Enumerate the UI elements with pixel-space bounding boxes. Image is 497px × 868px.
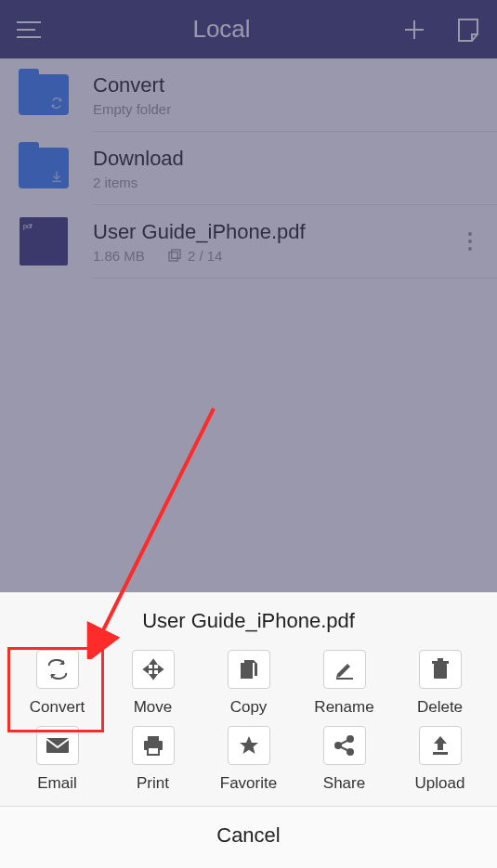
- item-name: Convert: [93, 73, 484, 97]
- list-item[interactable]: pdf User Guide_iPhone.pdf 1.86 MB 2 / 14: [0, 205, 497, 278]
- action-label: Rename: [314, 698, 373, 717]
- more-vertical-icon: [467, 231, 473, 252]
- delete-action[interactable]: Delete: [394, 650, 486, 717]
- print-action[interactable]: Print: [107, 726, 199, 793]
- action-label: Upload: [415, 774, 465, 793]
- svg-marker-15: [150, 675, 156, 679]
- svg-point-28: [335, 743, 341, 748]
- item-pages: 2 / 14: [188, 248, 223, 264]
- pages-icon: [167, 248, 182, 263]
- svg-marker-33: [434, 736, 447, 750]
- svg-rect-20: [434, 664, 447, 679]
- list-item[interactable]: Download 2 items: [0, 132, 497, 204]
- action-label: Delete: [417, 698, 463, 717]
- svg-rect-8: [169, 253, 177, 261]
- svg-point-29: [347, 736, 353, 742]
- note-icon: [457, 18, 479, 42]
- svg-rect-26: [148, 747, 159, 755]
- svg-rect-24: [148, 736, 159, 741]
- convert-icon: [36, 650, 79, 689]
- sheet-title: User Guide_iPhone.pdf: [0, 609, 497, 633]
- trash-icon: [419, 650, 462, 689]
- svg-point-10: [468, 240, 472, 243]
- action-label: Favorite: [220, 774, 277, 793]
- add-button[interactable]: [400, 16, 428, 44]
- svg-marker-17: [159, 667, 163, 672]
- svg-rect-21: [432, 661, 449, 664]
- more-button[interactable]: [456, 218, 484, 265]
- list-item[interactable]: Convert Empty folder: [0, 58, 497, 131]
- menu-button[interactable]: [15, 16, 43, 44]
- pdf-icon: pdf: [19, 219, 69, 264]
- convert-action[interactable]: Convert: [11, 650, 103, 717]
- item-size: 1.86 MB: [93, 248, 145, 264]
- sync-icon: [50, 97, 63, 110]
- svg-rect-22: [438, 658, 443, 661]
- svg-point-30: [347, 749, 353, 755]
- action-label: Print: [137, 774, 169, 793]
- favorite-action[interactable]: Favorite: [203, 726, 294, 793]
- svg-line-31: [340, 741, 347, 745]
- app-header: Local: [0, 0, 497, 58]
- print-icon: [132, 726, 175, 765]
- email-action[interactable]: Email: [11, 726, 103, 793]
- pencil-icon: [323, 650, 366, 689]
- upload-action[interactable]: Upload: [394, 726, 486, 793]
- move-icon: [132, 650, 175, 689]
- share-action[interactable]: Share: [298, 726, 390, 793]
- action-label: Move: [134, 698, 173, 717]
- folder-icon: [19, 72, 69, 117]
- svg-marker-27: [240, 736, 258, 754]
- page-title: Local: [192, 15, 250, 44]
- folder-icon: [19, 146, 69, 190]
- svg-marker-16: [144, 667, 148, 672]
- item-subtitle: Empty folder: [93, 101, 484, 117]
- star-icon: [228, 726, 270, 765]
- rename-action[interactable]: Rename: [298, 650, 390, 717]
- svg-line-32: [340, 747, 347, 751]
- svg-rect-34: [433, 752, 448, 755]
- action-label: Copy: [230, 698, 268, 717]
- svg-rect-7: [172, 250, 180, 258]
- svg-point-9: [468, 232, 472, 236]
- item-name: Download: [93, 147, 484, 171]
- item-subtitle: 2 items: [93, 175, 484, 190]
- cancel-button[interactable]: Cancel: [0, 806, 497, 868]
- action-sheet: User Guide_iPhone.pdf Convert: [0, 592, 497, 868]
- svg-rect-18: [241, 663, 253, 679]
- action-label: Convert: [30, 698, 85, 717]
- action-label: Share: [323, 774, 365, 793]
- email-icon: [36, 726, 79, 765]
- move-action[interactable]: Move: [107, 650, 199, 717]
- plus-icon: [403, 19, 425, 41]
- upload-icon: [419, 726, 462, 765]
- svg-point-11: [468, 247, 472, 251]
- item-name: User Guide_iPhone.pdf: [93, 220, 456, 244]
- action-label: Email: [37, 774, 77, 793]
- download-icon: [50, 170, 63, 183]
- copy-action[interactable]: Copy: [203, 650, 294, 717]
- share-icon: [323, 726, 366, 765]
- sheet-actions: Convert Move: [0, 650, 497, 806]
- svg-marker-14: [150, 660, 156, 664]
- menu-icon: [17, 20, 41, 39]
- svg-rect-23: [46, 738, 69, 753]
- file-list: Convert Empty folder Download: [0, 58, 497, 279]
- note-button[interactable]: [454, 16, 482, 44]
- copy-icon: [228, 650, 270, 689]
